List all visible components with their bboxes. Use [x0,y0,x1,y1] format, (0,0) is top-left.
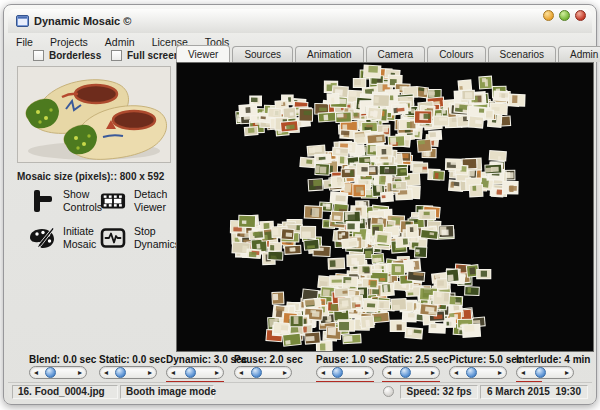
detach-viewer-label: DetachViewer [134,188,167,213]
slider-right-arrow-icon[interactable]: ▸ [429,367,437,378]
status-bar: 16. Food_0004.jpg Booth image mode Speed… [8,382,592,400]
stop-dynamics-button[interactable]: StopDynamics [100,225,180,251]
show-controls-button[interactable]: ShowControls [29,188,102,214]
slider-static2-thumb[interactable] [400,367,411,378]
slider-right-arrow-icon[interactable]: ▸ [496,367,504,378]
mosaic-viewer [176,62,594,352]
slider-left-arrow-icon[interactable]: ◂ [385,367,393,378]
minimize-button[interactable] [543,10,554,21]
slider-pause1-label: Pause: 2.0 sec [234,354,303,365]
initiate-mosaic-button[interactable]: InitiateMosaic [29,225,96,251]
slider-interlude-thumb[interactable] [535,367,546,378]
mosaic-canvas [177,63,593,351]
slider-dynamic-track[interactable]: ◂ ▸ [166,366,224,379]
slider-left-arrow-icon[interactable]: ◂ [32,367,40,378]
window-frame: Dynamic Mosaic © File Projects Admin Lic… [3,4,597,405]
slider-right-arrow-icon[interactable]: ▸ [281,367,289,378]
pulse-icon [100,225,126,251]
slider-picture-label: Picture: 5.0 sec [449,354,522,365]
fullscreen-label: Full screen [127,50,180,61]
borderless-checkbox-box[interactable] [33,50,44,61]
status-datetime: 6 March 2015 19:30 [480,385,588,399]
slider-right-arrow-icon[interactable]: ▸ [563,367,571,378]
slider-static1-thumb[interactable] [115,367,126,378]
status-mode: Booth image mode [120,385,214,399]
slider-interlude-label: Interlude: 4 min [516,354,590,365]
slider-picture-track[interactable]: ◂ ▸ [449,366,507,379]
window-controls [543,10,586,21]
tab-colours[interactable]: Colours [427,46,485,62]
status-current-file: 16. Food_0004.jpg [12,385,118,399]
app-icon [16,15,29,27]
slider-blend-label: Blend: 0.0 sec [29,354,96,365]
checkbox-borderless[interactable]: Borderless [33,50,101,61]
status-led-icon [383,386,394,397]
controls-icon [29,188,55,214]
tab-scenarios[interactable]: Scenarios [488,46,556,62]
stop-dynamics-label: StopDynamics [134,225,180,250]
slider-static2-track[interactable]: ◂ ▸ [382,366,440,379]
source-image-clogs [17,66,171,163]
slider-left-arrow-icon[interactable]: ◂ [319,367,327,378]
tab-admin[interactable]: Admin [558,46,600,62]
slider-pause1-track[interactable]: ◂ ▸ [234,366,292,379]
slider-pause2-thumb[interactable] [332,367,343,378]
initiate-mosaic-label: InitiateMosaic [63,225,96,250]
slider-left-arrow-icon[interactable]: ◂ [169,367,177,378]
slider-left-arrow-icon[interactable]: ◂ [237,367,245,378]
palette-icon [29,225,55,251]
slider-left-arrow-icon[interactable]: ◂ [102,367,110,378]
slider-picture-thumb[interactable] [466,367,477,378]
fullscreen-checkbox-box[interactable] [111,50,122,61]
slider-pause2-label: Pause: 1.0 sec [316,354,385,365]
slider-dynamic-thumb[interactable] [185,367,196,378]
tab-sources[interactable]: Sources [232,46,293,62]
slider-left-arrow-icon[interactable]: ◂ [452,367,460,378]
film-icon [100,188,126,214]
borderless-label: Borderless [49,50,101,61]
show-controls-label: ShowControls [63,188,102,213]
close-button[interactable] [575,10,586,21]
slider-interlude-track[interactable]: ◂ ▸ [516,366,574,379]
tab-bar: Viewer Sources Animation Camera Colours … [176,45,600,62]
mosaic-size-text: Mosaic size (pixels):: 800 x 592 [17,171,164,182]
window-title: Dynamic Mosaic © [34,15,131,27]
menu-admin[interactable]: Admin [105,36,135,48]
tab-viewer[interactable]: Viewer [176,45,230,62]
status-speed: Speed: 32 fps [400,385,478,399]
slider-blend-track[interactable]: ◂ ▸ [29,366,87,379]
application-window: Dynamic Mosaic © File Projects Admin Lic… [0,0,600,410]
slider-static2-label: Static: 2.5 sec [382,354,449,365]
menu-projects[interactable]: Projects [50,36,88,48]
tab-camera[interactable]: Camera [366,46,426,62]
maximize-button[interactable] [559,10,570,21]
slider-right-arrow-icon[interactable]: ▸ [213,367,221,378]
menu-file[interactable]: File [16,36,33,48]
slider-static1-track[interactable]: ◂ ▸ [99,366,157,379]
slider-static1-label: Static: 0.0 sec [99,354,166,365]
slider-pause2-track[interactable]: ◂ ▸ [316,366,374,379]
checkbox-fullscreen[interactable]: Full screen [111,50,180,61]
slider-right-arrow-icon[interactable]: ▸ [76,367,84,378]
tab-animation[interactable]: Animation [295,46,363,62]
slider-blend-thumb[interactable] [45,367,56,378]
slider-pause1-thumb[interactable] [251,367,262,378]
title-bar[interactable]: Dynamic Mosaic © [8,9,592,33]
detach-viewer-button[interactable]: DetachViewer [100,188,167,214]
slider-left-arrow-icon[interactable]: ◂ [519,367,527,378]
slider-right-arrow-icon[interactable]: ▸ [146,367,154,378]
slider-right-arrow-icon[interactable]: ▸ [363,367,371,378]
